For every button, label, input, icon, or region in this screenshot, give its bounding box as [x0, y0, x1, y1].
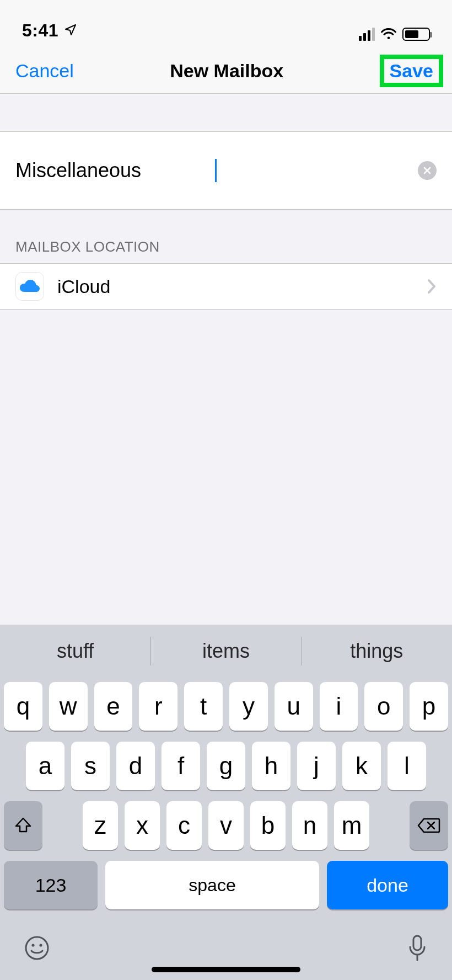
location-arrow-icon: [64, 23, 77, 39]
icloud-icon: [15, 272, 44, 301]
key-v[interactable]: v: [208, 801, 244, 850]
key-n[interactable]: n: [292, 801, 327, 850]
svg-point-1: [31, 944, 34, 946]
keyboard-row-3: z x c v b n m: [4, 801, 448, 850]
mailbox-name-row[interactable]: Miscellaneous: [0, 131, 452, 210]
shift-key[interactable]: [4, 801, 42, 850]
key-u[interactable]: u: [275, 682, 313, 731]
keyboard-row-1: q w e r t y u i o p: [4, 682, 448, 731]
save-button[interactable]: Save: [390, 60, 433, 82]
keyboard-row-2: a s d f g h j k l: [4, 742, 448, 790]
key-j[interactable]: j: [297, 742, 336, 790]
cancel-button[interactable]: Cancel: [15, 60, 74, 82]
page-title: New Mailbox: [170, 60, 283, 82]
key-c[interactable]: c: [166, 801, 202, 850]
cellular-signal-icon: [359, 28, 375, 41]
battery-icon: [402, 28, 430, 41]
mailbox-location-row[interactable]: iCloud: [0, 263, 452, 310]
text-cursor: [215, 159, 217, 182]
dictation-button[interactable]: [407, 934, 428, 965]
svg-point-0: [26, 937, 48, 959]
key-s[interactable]: s: [71, 742, 110, 790]
key-o[interactable]: o: [364, 682, 403, 731]
key-g[interactable]: g: [207, 742, 245, 790]
emoji-button[interactable]: [24, 935, 50, 963]
suggestion-1[interactable]: stuff: [0, 625, 150, 678]
keyboard: stuff items things q w e r t y u i o p a…: [0, 625, 452, 980]
content-area: Miscellaneous MAILBOX LOCATION iCloud: [0, 94, 452, 310]
status-bar: 5:41: [0, 0, 452, 49]
suggestion-2[interactable]: items: [150, 625, 301, 678]
svg-point-2: [39, 944, 42, 946]
keyboard-row-4: 123 space done: [4, 861, 448, 909]
status-time: 5:41: [22, 20, 58, 41]
key-y[interactable]: y: [229, 682, 268, 731]
key-z[interactable]: z: [83, 801, 118, 850]
chevron-right-icon: [427, 278, 437, 295]
key-k[interactable]: k: [342, 742, 381, 790]
key-a[interactable]: a: [26, 742, 64, 790]
space-key[interactable]: space: [105, 861, 319, 909]
clear-text-button[interactable]: [418, 161, 437, 180]
key-d[interactable]: d: [116, 742, 155, 790]
key-m[interactable]: m: [334, 801, 369, 850]
home-indicator[interactable]: [152, 967, 300, 972]
mailbox-name-input[interactable]: Miscellaneous: [15, 159, 217, 182]
key-q[interactable]: q: [4, 682, 42, 731]
key-p[interactable]: p: [410, 682, 448, 731]
key-r[interactable]: r: [139, 682, 177, 731]
backspace-key[interactable]: [410, 801, 448, 850]
key-h[interactable]: h: [252, 742, 290, 790]
key-x[interactable]: x: [125, 801, 160, 850]
key-w[interactable]: w: [49, 682, 88, 731]
svg-rect-3: [413, 936, 421, 950]
mailbox-location-label: iCloud: [57, 276, 413, 297]
wifi-icon: [380, 28, 397, 41]
key-f[interactable]: f: [162, 742, 200, 790]
key-b[interactable]: b: [250, 801, 286, 850]
save-button-highlight: Save: [380, 55, 443, 87]
done-key[interactable]: done: [327, 861, 448, 909]
key-i[interactable]: i: [320, 682, 358, 731]
key-t[interactable]: t: [184, 682, 223, 731]
section-header-location: MAILBOX LOCATION: [0, 210, 452, 263]
nav-bar: Cancel New Mailbox Save: [0, 49, 452, 94]
key-e[interactable]: e: [94, 682, 133, 731]
suggestion-3[interactable]: things: [302, 625, 452, 678]
numbers-key[interactable]: 123: [4, 861, 98, 909]
suggestion-bar: stuff items things: [0, 625, 452, 678]
key-l[interactable]: l: [388, 742, 426, 790]
